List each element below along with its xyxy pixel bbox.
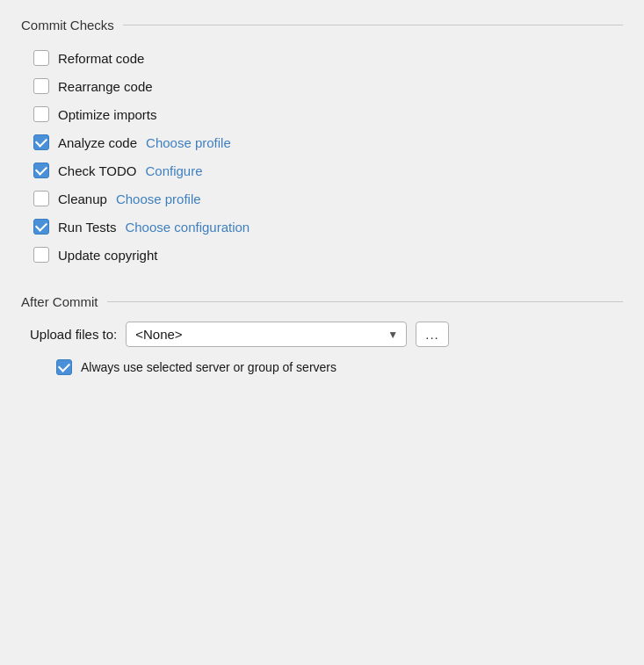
after-commit-header: After Commit	[21, 294, 623, 309]
commit-checks-title: Commit Checks	[21, 18, 114, 33]
after-commit-section: After Commit Upload files to: <None> ▼ .…	[21, 294, 623, 375]
upload-select[interactable]: <None>	[126, 322, 407, 347]
check-todo-label: Check TODO	[58, 163, 136, 178]
always-use-label: Always use selected server or group of s…	[81, 360, 336, 374]
upload-row: Upload files to: <None> ▼ ...	[30, 322, 623, 347]
list-item: Optimize imports	[30, 101, 623, 127]
optimize-imports-checkbox[interactable]	[33, 106, 49, 122]
always-use-checkbox[interactable]	[56, 359, 72, 375]
analyze-code-checkbox[interactable]	[33, 134, 49, 150]
check-todo-checkbox[interactable]	[33, 163, 49, 178]
upload-select-container: <None> ▼	[126, 322, 407, 347]
rearrange-code-checkbox[interactable]	[33, 78, 49, 94]
after-commit-divider	[107, 301, 623, 302]
cleanup-action[interactable]: Choose profile	[116, 192, 201, 206]
commit-checks-header: Commit Checks	[21, 18, 623, 33]
run-tests-label: Run Tests	[58, 220, 116, 235]
commit-checks-list: Reformat code Rearrange code Optimize im…	[30, 45, 623, 268]
list-item: Update copyright	[30, 242, 623, 268]
analyze-code-label: Analyze code	[58, 135, 137, 150]
reformat-code-label: Reformat code	[58, 51, 144, 66]
commit-checks-divider	[123, 25, 623, 25]
run-tests-checkbox[interactable]	[33, 219, 49, 235]
cleanup-checkbox[interactable]	[33, 191, 49, 206]
check-todo-action[interactable]: Configure	[145, 163, 202, 178]
list-item: Rearrange code	[30, 73, 623, 99]
analyze-code-action[interactable]: Choose profile	[146, 135, 231, 150]
list-item: Reformat code	[30, 45, 623, 71]
list-item: Check TODO Configure	[30, 157, 623, 184]
optimize-imports-label: Optimize imports	[58, 107, 157, 122]
list-item: Cleanup Choose profile	[30, 185, 623, 212]
update-copyright-label: Update copyright	[58, 248, 157, 263]
commit-checks-section: Commit Checks Reformat code Rearrange co…	[21, 18, 623, 268]
list-item: Analyze code Choose profile	[30, 129, 623, 155]
dots-button[interactable]: ...	[416, 322, 449, 347]
always-use-row: Always use selected server or group of s…	[56, 359, 623, 375]
rearrange-code-label: Rearrange code	[58, 79, 153, 94]
list-item: Run Tests Choose configuration	[30, 213, 623, 240]
upload-label: Upload files to:	[30, 327, 117, 342]
reformat-code-checkbox[interactable]	[33, 50, 49, 66]
run-tests-action[interactable]: Choose configuration	[125, 220, 250, 235]
after-commit-title: After Commit	[21, 294, 98, 309]
update-copyright-checkbox[interactable]	[33, 247, 49, 263]
cleanup-label: Cleanup	[58, 192, 107, 206]
